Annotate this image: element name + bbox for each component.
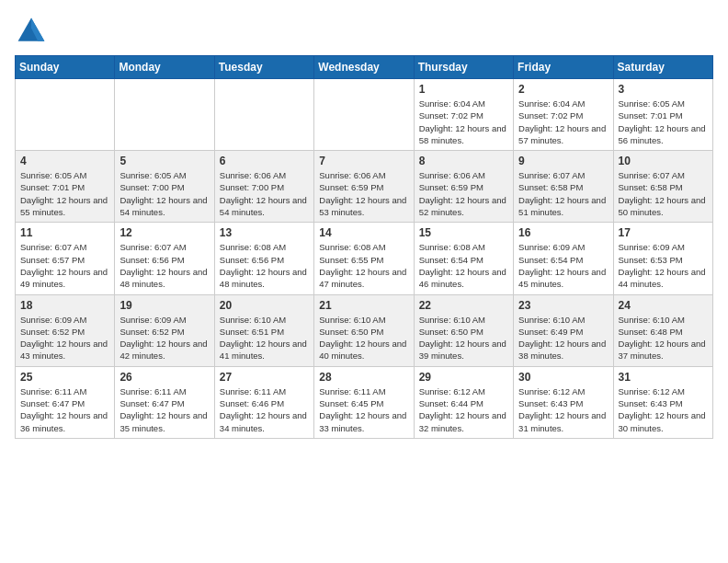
calendar-header-row: SundayMondayTuesdayWednesdayThursdayFrid… <box>16 56 713 79</box>
col-header-saturday: Saturday <box>613 56 712 79</box>
day-number: 23 <box>518 299 608 312</box>
day-number: 30 <box>518 371 608 384</box>
calendar-cell: 23Sunrise: 6:10 AM Sunset: 6:49 PM Dayli… <box>514 294 613 366</box>
day-info: Sunrise: 6:04 AM Sunset: 7:02 PM Dayligh… <box>518 98 608 146</box>
day-number: 19 <box>119 299 209 312</box>
day-info: Sunrise: 6:10 AM Sunset: 6:50 PM Dayligh… <box>319 314 408 362</box>
day-info: Sunrise: 6:06 AM Sunset: 6:59 PM Dayligh… <box>419 169 508 218</box>
day-info: Sunrise: 6:12 AM Sunset: 6:44 PM Dayligh… <box>419 385 508 434</box>
calendar-cell: 24Sunrise: 6:10 AM Sunset: 6:48 PM Dayli… <box>613 294 712 366</box>
calendar-cell <box>16 79 115 151</box>
day-info: Sunrise: 6:11 AM Sunset: 6:47 PM Dayligh… <box>20 385 109 434</box>
day-number: 10 <box>619 155 708 167</box>
col-header-monday: Monday <box>115 56 214 79</box>
day-info: Sunrise: 6:10 AM Sunset: 6:50 PM Dayligh… <box>419 314 508 362</box>
calendar-cell: 28Sunrise: 6:11 AM Sunset: 6:45 PM Dayli… <box>314 366 414 438</box>
page-header <box>15 15 713 48</box>
day-info: Sunrise: 6:07 AM Sunset: 6:58 PM Dayligh… <box>619 169 708 218</box>
calendar-table: SundayMondayTuesdayWednesdayThursdayFrid… <box>15 55 713 439</box>
day-number: 21 <box>319 299 408 312</box>
day-number: 5 <box>119 155 209 167</box>
day-info: Sunrise: 6:06 AM Sunset: 6:59 PM Dayligh… <box>319 169 408 218</box>
calendar-cell: 31Sunrise: 6:12 AM Sunset: 6:43 PM Dayli… <box>613 366 712 438</box>
day-info: Sunrise: 6:10 AM Sunset: 6:49 PM Dayligh… <box>518 314 608 362</box>
calendar-cell: 26Sunrise: 6:11 AM Sunset: 6:47 PM Dayli… <box>115 366 214 438</box>
day-number: 6 <box>220 155 309 167</box>
day-info: Sunrise: 6:09 AM Sunset: 6:52 PM Dayligh… <box>20 314 109 362</box>
day-number: 9 <box>518 155 608 167</box>
day-info: Sunrise: 6:09 AM Sunset: 6:54 PM Dayligh… <box>518 241 608 290</box>
calendar-cell: 19Sunrise: 6:09 AM Sunset: 6:52 PM Dayli… <box>115 294 214 366</box>
day-number: 18 <box>20 299 109 312</box>
day-number: 28 <box>319 371 408 384</box>
col-header-sunday: Sunday <box>16 56 115 79</box>
calendar-cell: 10Sunrise: 6:07 AM Sunset: 6:58 PM Dayli… <box>613 151 712 223</box>
day-number: 29 <box>419 371 508 384</box>
calendar-cell: 29Sunrise: 6:12 AM Sunset: 6:44 PM Dayli… <box>414 366 513 438</box>
calendar-cell: 21Sunrise: 6:10 AM Sunset: 6:50 PM Dayli… <box>314 294 414 366</box>
day-number: 17 <box>619 226 708 239</box>
calendar-week-row: 11Sunrise: 6:07 AM Sunset: 6:57 PM Dayli… <box>16 223 713 294</box>
day-info: Sunrise: 6:06 AM Sunset: 7:00 PM Dayligh… <box>220 169 309 218</box>
calendar-cell: 13Sunrise: 6:08 AM Sunset: 6:56 PM Dayli… <box>214 223 313 294</box>
calendar-cell: 25Sunrise: 6:11 AM Sunset: 6:47 PM Dayli… <box>16 366 115 438</box>
day-number: 1 <box>419 83 508 96</box>
calendar-cell: 14Sunrise: 6:08 AM Sunset: 6:55 PM Dayli… <box>314 223 414 294</box>
day-info: Sunrise: 6:07 AM Sunset: 6:58 PM Dayligh… <box>518 169 608 218</box>
day-info: Sunrise: 6:08 AM Sunset: 6:55 PM Dayligh… <box>319 241 408 290</box>
calendar-cell <box>314 79 414 151</box>
day-number: 14 <box>319 226 408 239</box>
calendar-cell: 30Sunrise: 6:12 AM Sunset: 6:43 PM Dayli… <box>514 366 613 438</box>
calendar-cell: 1Sunrise: 6:04 AM Sunset: 7:02 PM Daylig… <box>414 79 513 151</box>
day-info: Sunrise: 6:07 AM Sunset: 6:56 PM Dayligh… <box>119 241 209 290</box>
day-info: Sunrise: 6:10 AM Sunset: 6:51 PM Dayligh… <box>220 314 309 362</box>
calendar-cell: 16Sunrise: 6:09 AM Sunset: 6:54 PM Dayli… <box>514 223 613 294</box>
day-number: 25 <box>20 371 109 384</box>
col-header-thursday: Thursday <box>414 56 513 79</box>
calendar-cell: 6Sunrise: 6:06 AM Sunset: 7:00 PM Daylig… <box>214 151 313 223</box>
day-info: Sunrise: 6:10 AM Sunset: 6:48 PM Dayligh… <box>619 314 708 362</box>
day-number: 8 <box>419 155 508 167</box>
day-info: Sunrise: 6:08 AM Sunset: 6:56 PM Dayligh… <box>220 241 309 290</box>
logo <box>15 15 51 48</box>
calendar-week-row: 25Sunrise: 6:11 AM Sunset: 6:47 PM Dayli… <box>16 366 713 438</box>
day-number: 31 <box>619 371 708 384</box>
day-number: 16 <box>518 226 608 239</box>
calendar-cell: 3Sunrise: 6:05 AM Sunset: 7:01 PM Daylig… <box>613 79 712 151</box>
day-number: 27 <box>220 371 309 384</box>
day-number: 24 <box>619 299 708 312</box>
day-number: 4 <box>20 155 109 167</box>
col-header-tuesday: Tuesday <box>214 56 313 79</box>
day-info: Sunrise: 6:04 AM Sunset: 7:02 PM Dayligh… <box>419 98 508 146</box>
day-number: 3 <box>619 83 708 96</box>
calendar-cell: 5Sunrise: 6:05 AM Sunset: 7:00 PM Daylig… <box>115 151 214 223</box>
day-number: 26 <box>119 371 209 384</box>
day-number: 7 <box>319 155 408 167</box>
calendar-week-row: 1Sunrise: 6:04 AM Sunset: 7:02 PM Daylig… <box>16 79 713 151</box>
day-number: 20 <box>220 299 309 312</box>
calendar-cell: 15Sunrise: 6:08 AM Sunset: 6:54 PM Dayli… <box>414 223 513 294</box>
day-info: Sunrise: 6:09 AM Sunset: 6:52 PM Dayligh… <box>119 314 209 362</box>
day-info: Sunrise: 6:11 AM Sunset: 6:47 PM Dayligh… <box>119 385 209 434</box>
day-number: 13 <box>220 226 309 239</box>
day-info: Sunrise: 6:12 AM Sunset: 6:43 PM Dayligh… <box>619 385 708 434</box>
day-number: 2 <box>518 83 608 96</box>
day-info: Sunrise: 6:09 AM Sunset: 6:53 PM Dayligh… <box>619 241 708 290</box>
day-info: Sunrise: 6:11 AM Sunset: 6:46 PM Dayligh… <box>220 385 309 434</box>
day-info: Sunrise: 6:05 AM Sunset: 7:01 PM Dayligh… <box>619 98 708 146</box>
logo-icon <box>15 15 48 48</box>
day-info: Sunrise: 6:08 AM Sunset: 6:54 PM Dayligh… <box>419 241 508 290</box>
day-number: 15 <box>419 226 508 239</box>
calendar-week-row: 18Sunrise: 6:09 AM Sunset: 6:52 PM Dayli… <box>16 294 713 366</box>
day-info: Sunrise: 6:05 AM Sunset: 7:01 PM Dayligh… <box>20 169 109 218</box>
col-header-friday: Friday <box>514 56 613 79</box>
day-info: Sunrise: 6:05 AM Sunset: 7:00 PM Dayligh… <box>119 169 209 218</box>
col-header-wednesday: Wednesday <box>314 56 414 79</box>
day-number: 12 <box>119 226 209 239</box>
calendar-cell: 9Sunrise: 6:07 AM Sunset: 6:58 PM Daylig… <box>514 151 613 223</box>
day-info: Sunrise: 6:12 AM Sunset: 6:43 PM Dayligh… <box>518 385 608 434</box>
day-info: Sunrise: 6:11 AM Sunset: 6:45 PM Dayligh… <box>319 385 408 434</box>
calendar-cell: 7Sunrise: 6:06 AM Sunset: 6:59 PM Daylig… <box>314 151 414 223</box>
calendar-cell: 17Sunrise: 6:09 AM Sunset: 6:53 PM Dayli… <box>613 223 712 294</box>
calendar-week-row: 4Sunrise: 6:05 AM Sunset: 7:01 PM Daylig… <box>16 151 713 223</box>
